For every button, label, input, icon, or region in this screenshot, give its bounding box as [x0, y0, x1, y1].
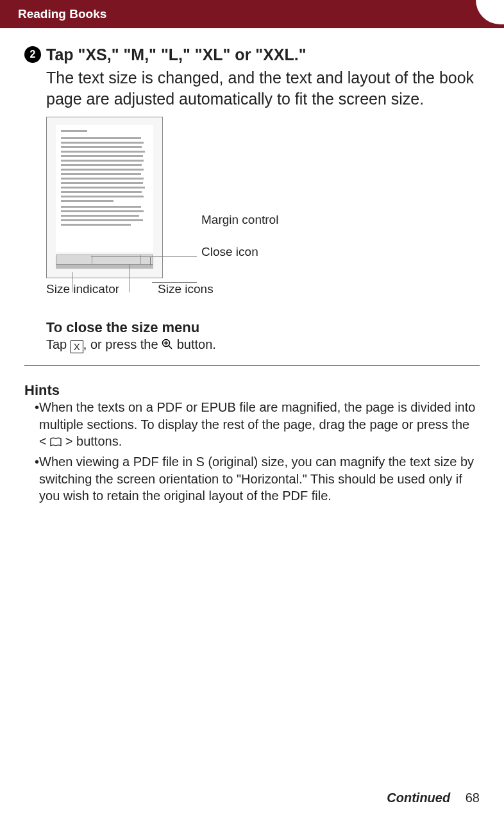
step-body: The text size is changed, and the text a… — [46, 67, 480, 109]
hint-text: When the texts on a PDF or EPUB file are… — [39, 399, 480, 451]
device-size-indicator — [56, 265, 153, 269]
device-page — [56, 125, 153, 252]
diagram: Margin control Close icon — [46, 117, 480, 278]
label-size-indicator: Size indicator — [46, 282, 119, 296]
hints-list: • When the texts on a PDF or EPUB file a… — [24, 399, 480, 504]
svg-line-1 — [169, 346, 172, 349]
step-number-badge: 2 — [24, 46, 41, 63]
section-title: Reading Books — [18, 7, 106, 21]
close-menu-heading: To close the size menu — [46, 319, 480, 336]
page-content: 2 Tap "XS," "M," "L," "XL" or "XXL." The… — [0, 28, 504, 505]
footer: Continued 68 — [387, 791, 480, 805]
callout-line — [72, 272, 72, 292]
callout-line — [130, 264, 130, 292]
step-text: Tap "XS," "M," "L," "XL" or "XXL." — [46, 45, 307, 65]
page-turn-icon — [50, 434, 62, 451]
close-menu-section: To close the size menu Tap X, or press t… — [46, 319, 480, 353]
hint-text: When viewing a PDF file in S (original) … — [39, 453, 480, 504]
hint-item: • When viewing a PDF file in S (original… — [35, 453, 480, 504]
callouts-right: Margin control Close icon — [201, 117, 278, 259]
close-menu-tap: Tap — [46, 337, 71, 351]
label-close-icon: Close icon — [201, 245, 278, 259]
bullet-icon: • — [35, 399, 39, 451]
label-margin-control: Margin control — [201, 213, 278, 227]
mock-text — [56, 125, 153, 233]
callout-line — [91, 256, 197, 257]
device-margin-control — [56, 255, 92, 264]
magnify-icon — [162, 339, 173, 353]
page-number: 68 — [466, 791, 480, 805]
callout-line — [152, 282, 197, 283]
step-heading: Tap "XS," "M," "L," "XL" or "XXL." — [46, 45, 307, 65]
separator — [24, 365, 480, 365]
continued-label: Continued — [387, 791, 450, 805]
close-menu-press: , or press the — [83, 337, 162, 351]
close-menu-body: Tap X, or press the button. — [46, 337, 480, 353]
close-x-icon: X — [71, 340, 83, 353]
section-header: Reading Books — [0, 0, 504, 28]
hint-1-post: > buttons. — [62, 434, 122, 448]
close-menu-suffix: button. — [173, 337, 216, 351]
callout-line — [150, 256, 151, 265]
label-size-icons: Size icons — [158, 282, 214, 296]
device-mockup — [46, 117, 163, 278]
step-row: 2 Tap "XS," "M," "L," "XL" or "XXL." — [24, 45, 480, 65]
hints-heading: Hints — [24, 382, 480, 399]
hint-item: • When the texts on a PDF or EPUB file a… — [35, 399, 480, 451]
bullet-icon: • — [35, 453, 39, 504]
